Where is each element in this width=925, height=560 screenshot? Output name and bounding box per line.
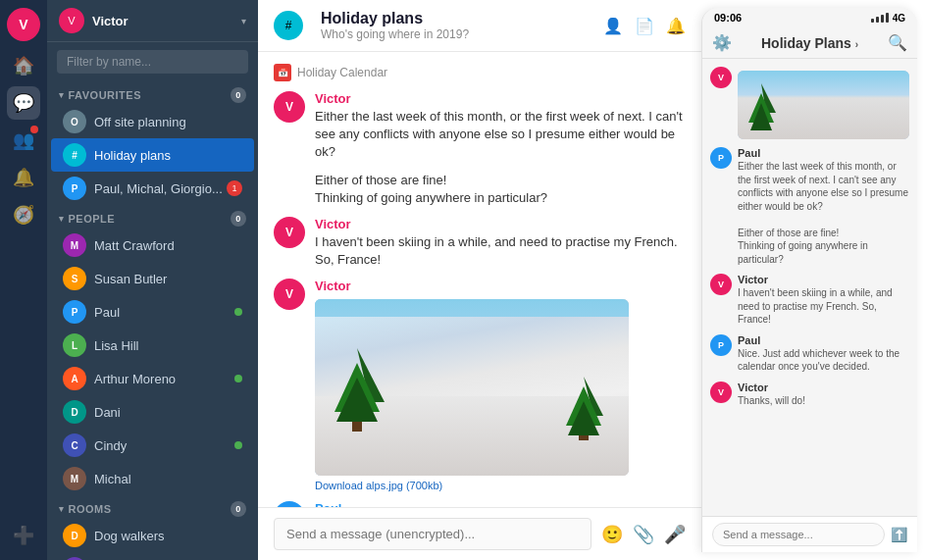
mobile-paul-sender-cal: Paul	[738, 334, 909, 346]
channel-item-engineering[interactable]: E Engineering	[51, 552, 254, 560]
workspace-avatar: V	[59, 8, 84, 33]
channel-list: V Victor ▾ ▾ FAVOURITES 0 O Off site pla…	[47, 0, 258, 560]
emoji-icon[interactable]: 🙂	[601, 524, 623, 545]
dani-name: Dani	[94, 405, 242, 420]
calendar-label: Holiday Calendar	[297, 66, 387, 79]
mobile-ski-image-inner	[738, 71, 909, 139]
msg-sender-3: Victor	[315, 279, 686, 293]
favourites-label: FAVOURITES	[69, 89, 141, 101]
search-container	[47, 42, 258, 81]
notifications-icon[interactable]: 🔔	[666, 17, 686, 35]
icon-rail: V 🏠 💬 👥 🔔 🧭 ➕	[0, 0, 47, 560]
main-chat: # Holiday plans Who's going where in 201…	[258, 0, 701, 560]
chat-messages: 📅 Holiday Calendar V Victor Either the l…	[258, 52, 701, 507]
files-icon[interactable]: 📄	[635, 17, 654, 35]
group-chat-badge: 1	[227, 180, 242, 196]
tree-right-icon	[564, 377, 603, 440]
lisa-name: Lisa Hill	[94, 338, 242, 353]
favourites-chevron-icon: ▾	[59, 90, 65, 100]
mobile-panel: 09:06 4G ⚙️ Holiday Plans › 🔍 V	[701, 8, 917, 552]
favourites-section-header[interactable]: ▾ FAVOURITES 0	[47, 81, 258, 105]
calendar-icon: 📅	[274, 64, 291, 81]
mobile-signal-icon	[871, 13, 889, 23]
mobile-ski-image[interactable]	[738, 71, 909, 139]
channel-item-matt[interactable]: M Matt Crawford	[51, 229, 254, 262]
notification-icon[interactable]: 🔔	[7, 161, 40, 194]
home-icon[interactable]: 🏠	[7, 49, 40, 82]
team-icon[interactable]: 👥	[7, 124, 40, 157]
channel-item-susan[interactable]: S Susan Butler	[51, 262, 254, 295]
mobile-gear-icon[interactable]: ⚙️	[712, 33, 732, 52]
members-icon[interactable]: 👤	[603, 17, 623, 35]
channel-item-michal[interactable]: M Michal	[51, 462, 254, 495]
victor-avatar-1: V	[274, 91, 305, 123]
channel-item-paul[interactable]: P Paul	[51, 295, 254, 329]
people-section-header[interactable]: ▾ PEOPLE 0	[47, 205, 258, 229]
user-avatar[interactable]: V	[7, 8, 40, 41]
add-icon[interactable]: ➕	[7, 519, 40, 552]
svg-rect-3	[352, 422, 362, 432]
room-title-block: Holiday plans Who's going where in 2019?	[321, 10, 469, 41]
mobile-msg-victor-thanks: V Victor Thanks, will do!	[710, 382, 909, 408]
chat-icon[interactable]: 💬	[7, 86, 40, 120]
mobile-messages: V P Paul Either the last week	[702, 59, 917, 516]
mobile-victor-avatar-img: V	[710, 67, 732, 88]
mobile-room-chevron-icon: ›	[855, 39, 858, 50]
group-chat-name: Paul, Michal, Giorgio...	[94, 181, 227, 196]
mobile-chat-header: ⚙️ Holiday Plans › 🔍	[702, 27, 917, 59]
mobile-paul-text-1: Either the last week of this month, or t…	[738, 160, 909, 266]
nav-icon[interactable]: 🧭	[7, 198, 40, 231]
mobile-paul-cal-content: Paul Nice. Just add whichever week to th…	[738, 334, 909, 374]
rooms-chevron-icon: ▾	[59, 504, 65, 514]
cindy-name: Cindy	[94, 438, 231, 453]
mobile-tree-icon	[746, 83, 776, 132]
ski-image[interactable]	[315, 299, 629, 476]
channel-item-group-chat[interactable]: P Paul, Michal, Giorgio... 1	[51, 172, 254, 205]
holiday-plans-name: Holiday plans	[94, 148, 242, 163]
search-input[interactable]	[57, 50, 248, 74]
tree-left-icon	[331, 348, 385, 432]
msg-sender-2: Victor	[315, 217, 686, 231]
attachment-icon[interactable]: 📎	[633, 524, 654, 545]
channel-item-dani[interactable]: D Dani	[51, 395, 254, 429]
audio-icon[interactable]: 🎤	[664, 524, 686, 545]
susan-name: Susan Butler	[94, 272, 242, 286]
michal-avatar: M	[63, 467, 86, 490]
channel-item-lisa[interactable]: L Lisa Hill	[51, 329, 254, 362]
channel-item-holiday-plans[interactable]: # Holiday plans	[51, 138, 254, 172]
off-site-name: Off site planning	[94, 115, 242, 129]
dani-avatar: D	[63, 400, 86, 424]
mobile-send-icon[interactable]: ⬆️	[891, 527, 907, 542]
message-group-3: V Victor	[274, 279, 686, 491]
paul-online-dot	[234, 308, 242, 316]
workspace-header[interactable]: V Victor ▾	[47, 0, 258, 42]
channel-item-cindy[interactable]: C Cindy	[51, 429, 254, 462]
arthur-online-dot	[234, 375, 242, 382]
download-link[interactable]: Download alps.jpg (700kb)	[315, 480, 686, 491]
workspace-chevron-icon: ▾	[241, 16, 246, 26]
matt-name: Matt Crawford	[94, 238, 242, 253]
mobile-time: 09:06	[714, 12, 742, 24]
people-label: PEOPLE	[69, 213, 116, 225]
susan-avatar: S	[63, 267, 86, 290]
holiday-plans-avatar: #	[63, 143, 86, 167]
paul-name: Paul	[94, 305, 231, 320]
message-group-continuation: Either of those are fine!Thinking of goi…	[274, 172, 686, 207]
mobile-victor-sender-france: Victor	[738, 274, 909, 285]
message-input[interactable]	[274, 518, 591, 550]
message-content-2: Victor I haven't been skiing in a while,…	[315, 217, 686, 269]
mobile-msg-victor-france: V Victor I haven't been skiing in a whil…	[710, 274, 909, 327]
off-site-avatar: O	[63, 110, 86, 133]
channel-item-off-site[interactable]: O Off site planning	[51, 105, 254, 138]
mobile-message-input[interactable]	[712, 523, 885, 546]
chat-input-bar: 🙂 📎 🎤	[258, 507, 701, 560]
message-group-2: V Victor I haven't been skiing in a whil…	[274, 217, 686, 269]
channel-item-arthur[interactable]: A Arthur Moreno	[51, 362, 254, 395]
mobile-paul-avatar-1: P	[710, 147, 732, 169]
channel-item-dog-walkers[interactable]: D Dog walkers	[51, 519, 254, 552]
mobile-search-icon[interactable]: 🔍	[888, 33, 907, 52]
continuation-text: Either of those are fine!Thinking of goi…	[315, 172, 686, 207]
mobile-msg-paul-calendar: P Paul Nice. Just add whichever week to …	[710, 334, 909, 374]
rooms-section-header[interactable]: ▾ ROOMS 0	[47, 495, 258, 519]
chat-header-actions: 👤 📄 🔔	[603, 17, 686, 35]
